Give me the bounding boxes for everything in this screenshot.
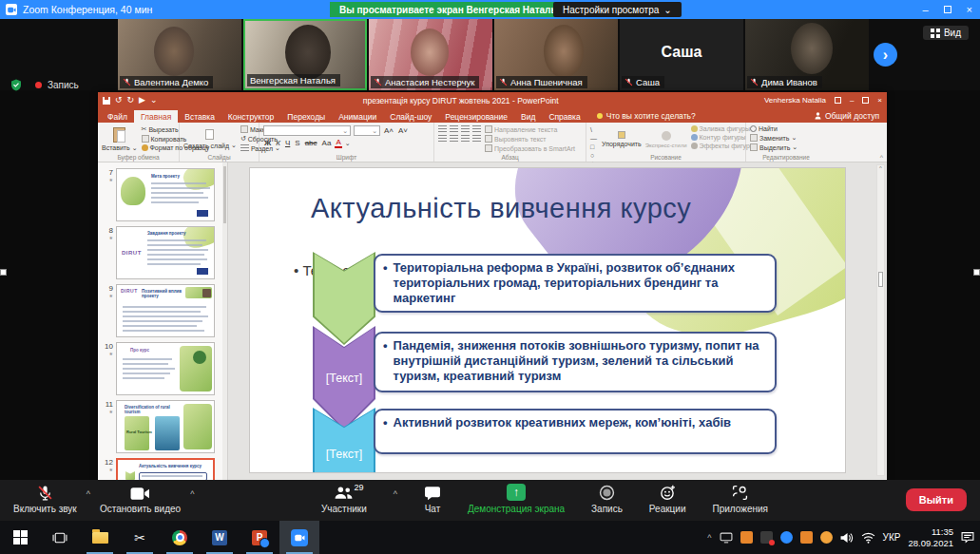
thumbnail-row[interactable]: 11★ Diversification of rural tourism Rur… xyxy=(102,400,215,453)
shape-effects-button[interactable]: Эффекты фигуры xyxy=(691,143,755,149)
quick-styles-button[interactable]: Экспресс-стили xyxy=(645,143,687,148)
undo-icon[interactable]: ↺ xyxy=(115,96,123,105)
thumbnail-scrollbar[interactable] xyxy=(222,162,227,480)
slide-title[interactable]: Актуальність вивчення курсу xyxy=(311,193,691,224)
align-center-icon[interactable] xyxy=(450,135,458,143)
participant-tile-active-speaker[interactable]: Венгерская Наталья xyxy=(243,19,367,90)
redo-icon[interactable]: ↻ xyxy=(127,96,135,105)
font-color-button[interactable]: А xyxy=(335,138,341,148)
scroll-up-icon[interactable]: ^ xyxy=(877,165,884,171)
ppt-restore-button[interactable] xyxy=(862,97,869,104)
share-border-handle-left[interactable] xyxy=(0,269,7,276)
italic-button[interactable]: К xyxy=(275,139,281,147)
apps-button[interactable]: Приложения xyxy=(712,485,768,514)
slide-text-box[interactable]: •Пандемія, зниження потоків зовнішнього … xyxy=(374,332,777,392)
scrollbar-thumb[interactable] xyxy=(878,272,883,287)
underline-button[interactable]: Ч xyxy=(284,139,291,147)
thumbnail-row[interactable]: 9★ DIRUT Позитивний вплив проекту xyxy=(102,284,215,337)
ppt-minimize-button[interactable]: – xyxy=(850,96,854,105)
language-indicator[interactable]: УКР xyxy=(883,532,901,543)
participants-caret[interactable]: ^ xyxy=(394,489,397,514)
shrink-font-button[interactable]: А˅ xyxy=(397,126,409,135)
participants-button[interactable]: 29 Участники xyxy=(321,485,367,514)
current-slide-canvas[interactable]: Актуальність вивчення курсу • Текст с [Т… xyxy=(249,167,846,473)
text-shadow-button[interactable]: S xyxy=(294,139,300,147)
find-button[interactable]: Найти xyxy=(750,125,797,132)
stop-video-button[interactable]: Остановить видео xyxy=(100,485,181,514)
clock[interactable]: 11:3528.09.2021 xyxy=(908,526,953,548)
speaker-icon[interactable] xyxy=(840,532,854,544)
minimize-button[interactable]: – xyxy=(922,4,928,15)
zoom-taskbar-button[interactable] xyxy=(279,521,319,554)
qat-customize-icon[interactable]: ⌄ xyxy=(150,96,158,105)
tray-app-notify-icon[interactable] xyxy=(760,531,773,544)
unmute-button[interactable]: Включить звук xyxy=(13,485,77,514)
task-view-button[interactable] xyxy=(40,521,80,554)
tab-home[interactable]: Главная xyxy=(134,110,178,123)
new-slide-button[interactable]: Создать слайд⌄ xyxy=(183,142,237,149)
share-screen-button[interactable]: ↑ Демонстрация экрана xyxy=(468,485,565,514)
leave-meeting-button[interactable]: Выйти xyxy=(906,488,967,511)
participant-tile[interactable]: Анастасия Нестерчук xyxy=(369,19,492,90)
replace-button[interactable]: Заменить⌄ xyxy=(750,134,797,142)
video-options-caret[interactable]: ^ xyxy=(190,489,194,499)
display-tray-icon[interactable] xyxy=(720,532,733,544)
tray-app-orange2-icon[interactable] xyxy=(800,531,813,544)
align-text-button[interactable]: Выровнять текст xyxy=(485,135,575,143)
start-button[interactable] xyxy=(0,521,40,554)
ribbon-display-options-icon[interactable] xyxy=(835,97,841,104)
tell-me-search[interactable]: Что вы хотите сделать? xyxy=(597,111,696,123)
numbered-list-icon[interactable] xyxy=(450,125,458,133)
maximize-button[interactable] xyxy=(944,6,951,13)
bold-button[interactable]: Ж xyxy=(263,139,272,147)
tab-design[interactable]: Конструктор xyxy=(221,110,280,123)
tray-antivirus-icon[interactable] xyxy=(820,531,833,544)
tray-app-orange-icon[interactable] xyxy=(740,531,753,544)
participant-tile[interactable]: Дима Иванов xyxy=(745,19,869,90)
paste-button[interactable]: Вставить⌄ xyxy=(102,144,138,152)
shape-fill-button[interactable]: Заливка фигуры xyxy=(691,125,755,132)
tray-zoom-icon[interactable] xyxy=(780,531,793,544)
tab-review[interactable]: Рецензирование xyxy=(438,110,514,123)
participant-tile-no-video[interactable]: Саша Саша xyxy=(620,19,743,90)
view-settings-button[interactable]: Настройки просмотра ⌄ xyxy=(553,2,682,17)
shape-outline-button[interactable]: Контур фигуры xyxy=(691,134,755,141)
align-right-icon[interactable] xyxy=(461,135,470,143)
change-case-button[interactable]: Аа xyxy=(321,139,333,147)
strikethrough-button[interactable]: abc xyxy=(304,139,318,147)
thumbnail-row[interactable]: 8★ DIRUT Завдання проекту xyxy=(102,226,215,279)
paste-icon[interactable] xyxy=(113,127,125,143)
grow-font-button[interactable]: А˄ xyxy=(383,126,394,135)
hidden-icons-caret[interactable]: ^ xyxy=(707,533,711,543)
font-name-input[interactable]: ⌄ xyxy=(263,125,351,136)
share-button[interactable]: Общий доступ xyxy=(815,111,879,123)
view-button[interactable]: Вид xyxy=(923,26,969,40)
powerpoint-button[interactable]: P xyxy=(240,521,279,554)
record-button[interactable]: Запись xyxy=(591,485,623,514)
next-participants-button[interactable]: › xyxy=(874,43,897,67)
select-button[interactable]: Выделить⌄ xyxy=(750,143,797,151)
increase-indent-icon[interactable] xyxy=(472,125,481,133)
ppt-close-button[interactable]: × xyxy=(877,96,882,105)
chrome-button[interactable] xyxy=(160,521,200,554)
font-size-input[interactable]: ⌄ xyxy=(354,125,380,136)
thumbnail-row[interactable]: 7★ Мета проекту xyxy=(102,168,215,221)
tab-view[interactable]: Вид xyxy=(514,110,542,123)
participant-tile[interactable]: Анна Пшеничная xyxy=(494,19,618,90)
bullet-list-icon[interactable] xyxy=(438,125,447,133)
chat-button[interactable]: Чат xyxy=(424,485,441,514)
tab-transitions[interactable]: Переходы xyxy=(280,110,332,123)
tab-insert[interactable]: Вставка xyxy=(178,110,221,123)
slide-scrollbar[interactable]: ^ xyxy=(876,164,885,476)
wifi-icon[interactable] xyxy=(861,532,875,544)
tab-slideshow[interactable]: Слайд-шоу xyxy=(383,110,438,123)
participant-tile[interactable]: Валентина Демко xyxy=(118,19,241,90)
text-direction-button[interactable]: Направление текста xyxy=(485,125,575,133)
convert-smartart-button[interactable]: Преобразовать в SmartArt xyxy=(485,144,575,152)
close-button[interactable]: × xyxy=(967,4,972,15)
reactions-button[interactable]: Реакции xyxy=(649,485,686,514)
thumbnail-row-selected[interactable]: 12★ Актуальність вивчення курсу xyxy=(102,458,215,480)
slide-text-box[interactable]: •Активний розвиток креативних мереж, ком… xyxy=(374,409,777,454)
start-slideshow-icon[interactable]: ▶ xyxy=(139,96,145,105)
snipping-tool-button[interactable]: ✂ xyxy=(120,521,160,554)
